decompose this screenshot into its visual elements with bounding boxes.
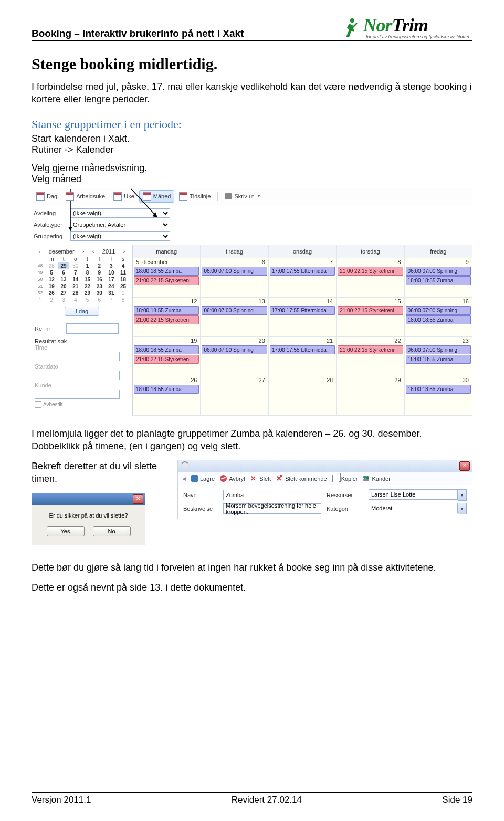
calendar-cell[interactable]: 5. desember18:00 18:55 Zumba21:00 22:15 … (133, 258, 201, 297)
calendar-event[interactable]: 18:00 18:55 Zumba (134, 306, 199, 315)
input-startdato[interactable] (35, 371, 120, 380)
calendar-event[interactable]: 18:00 18:55 Zumba (406, 355, 471, 364)
calendar-event[interactable]: 18:00 18:55 Zumba (134, 345, 199, 354)
input-beskrivelse[interactable]: Morsom bevegelsestrening for hele kroppe… (223, 503, 321, 514)
calendar-cell[interactable]: 2618:00 18:55 Zumba (133, 376, 201, 415)
calendar-cell[interactable]: 1218:00 18:55 Zumba21:00 22:15 Styrketre… (133, 298, 201, 336)
runner-icon (342, 17, 360, 38)
calendar-cell[interactable]: 27 (201, 376, 268, 415)
prev-year[interactable]: ‹ (92, 248, 94, 255)
calendar-cell[interactable]: 2306:00 07:00 Spinning18:00 18:55 Zumba (405, 337, 472, 376)
input-kunde[interactable] (35, 390, 120, 399)
logo-text-nor: Nor (363, 15, 392, 36)
save-button[interactable]: Lagre (191, 475, 215, 482)
paragraph-side13: Dette er også nevnt på side 13. i dette … (32, 581, 472, 594)
calendar-cell[interactable]: 1306:00 07:00 Spinning (201, 298, 268, 336)
paragraph-mellomjula: I mellomjula ligger det to planlagte gru… (32, 427, 472, 453)
checkbox-avbestilt[interactable]: Avbestilt (35, 401, 129, 408)
calendar-cell[interactable]: 3018:00 18:55 Zumba (405, 376, 472, 415)
footer-left: Versjon 2011.1 (32, 795, 91, 805)
calendar-event[interactable]: 21:00 22:15 Styrketreni (134, 355, 199, 364)
svg-point-5 (363, 476, 366, 479)
input-navn[interactable]: Zumba (223, 490, 321, 500)
calendar-event[interactable]: 06:00 07:00 Spinning (202, 306, 267, 315)
calendar-event[interactable]: 06:00 07:00 Spinning (202, 267, 267, 276)
label-kunde: Kunde (35, 382, 66, 388)
close-icon[interactable]: ✕ (459, 461, 470, 471)
input-time[interactable] (35, 352, 120, 361)
calendar-event[interactable]: 18:00 18:55 Zumba (406, 315, 471, 324)
calendar-cell[interactable]: 1521:00 22:15 Styrketreni (337, 298, 404, 336)
grid-header-row: mandagtirsdagonsdagtorsdagfredag (133, 245, 472, 258)
cancel-button[interactable]: Avbryt (220, 475, 245, 482)
footer-center: Revidert 27.02.14 (232, 795, 302, 805)
delete-upcoming-button[interactable]: ✕Slett kommende (276, 475, 327, 482)
label-navn: Navn (183, 492, 218, 498)
yes-button[interactable]: Yes (47, 526, 85, 536)
calendar-cell[interactable]: 1417:00 17:55 Ettermidda (269, 298, 337, 336)
timeline-icon (179, 192, 187, 201)
dialog-titlebar: ✕ (32, 493, 145, 505)
calendar-event[interactable]: 18:00 18:55 Zumba (134, 267, 199, 276)
calendar-event[interactable]: 17:00 17:55 Ettermidda (270, 306, 335, 315)
calendar-event[interactable]: 18:00 18:55 Zumba (406, 385, 471, 394)
calendar-cell[interactable]: 1606:00 07:00 Spinning18:00 18:55 Zumba (405, 298, 472, 336)
calendar-event[interactable]: 17:00 17:55 Ettermidda (270, 267, 335, 276)
label-refnr: Ref nr (35, 325, 66, 332)
calendar-cell[interactable]: 906:00 07:00 Spinning18:00 18:55 Zumba (405, 258, 472, 297)
edit-event-window: ✕ ◀ Lagre Avbryt ✕Slett ✕Slett kommende … (177, 460, 472, 519)
next-year[interactable]: › (123, 248, 125, 255)
calendar-cell[interactable]: 606:00 07:00 Spinning (201, 258, 268, 297)
close-icon[interactable]: ✕ (133, 494, 143, 504)
calendar-event[interactable]: 17:00 17:55 Ettermidda (270, 345, 335, 354)
label-beskrivelse: Beskrivelse (183, 506, 218, 512)
chevron-left-icon[interactable]: ◀ (182, 476, 186, 481)
calendar-cell[interactable]: 2117:00 17:55 Ettermidda (269, 337, 337, 376)
month-label: desember (49, 248, 75, 255)
calendar-event[interactable]: 06:00 07:00 Spinning (406, 306, 471, 315)
page-header: Booking – interaktiv brukerinfo på nett … (32, 13, 472, 41)
logo: NorTrim - for drift av treningssentere o… (342, 16, 472, 39)
prev-month[interactable]: ‹ (39, 248, 41, 255)
today-button[interactable]: I dag (65, 307, 99, 316)
calendar-event[interactable]: 06:00 07:00 Spinning (406, 267, 471, 276)
calendar-event[interactable]: 21:00 22:15 Styrketreni (338, 345, 403, 354)
delete-upcoming-icon: ✕ (276, 475, 283, 482)
combo-ressurser[interactable]: Larsen Lise Lotte▼ (369, 489, 467, 501)
calendar-event[interactable]: 21:00 22:15 Styrketreni (134, 315, 199, 324)
svg-marker-2 (68, 227, 72, 231)
logo-text-trim: Trim (392, 15, 428, 36)
calendar-cell[interactable]: 2221:00 22:15 Styrketreni (337, 337, 404, 376)
tab-tidslinje[interactable]: Tidslinje (175, 190, 214, 203)
calendar-event[interactable]: 06:00 07:00 Spinning (406, 345, 471, 354)
customers-button[interactable]: Kunder (363, 475, 390, 482)
calendar-event[interactable]: 18:00 18:55 Zumba (134, 385, 199, 394)
calendar-event[interactable]: 06:00 07:00 Spinning (202, 345, 267, 354)
calendar-cell[interactable]: 1918:00 18:55 Zumba21:00 22:15 Styrketre… (133, 337, 201, 376)
input-refnr[interactable] (66, 323, 119, 334)
next-month[interactable]: › (82, 248, 85, 255)
tab-dag[interactable]: Dag (33, 190, 61, 203)
calendar-event[interactable]: 21:00 22:15 Styrketreni (338, 306, 403, 315)
month-nav: ‹ desember › ‹ 2011 › (35, 247, 129, 256)
calendar-event[interactable]: 18:00 18:55 Zumba (406, 276, 471, 285)
calendar-cell[interactable]: 821:00 22:15 Styrketreni (337, 258, 404, 297)
step-rutiner: Rutiner -> Kalender (32, 144, 472, 155)
combo-kategori[interactable]: Moderat▼ (369, 503, 467, 514)
users-icon (363, 475, 370, 482)
calendar-event[interactable]: 21:00 22:15 Styrketreni (134, 276, 199, 285)
no-button[interactable]: No (93, 526, 131, 536)
calendar-cell[interactable]: 2006:00 07:00 Spinning (201, 337, 268, 376)
header-title: Booking – interaktiv brukerinfo på nett … (32, 28, 244, 39)
copy-button[interactable]: Kopier (332, 475, 358, 482)
label-resultat: Resultat søk (35, 338, 129, 344)
calendar-cell[interactable]: 29 (337, 376, 404, 415)
calendar-event[interactable]: 21:00 22:15 Styrketreni (338, 267, 403, 276)
delete-button[interactable]: ✕Slett (250, 475, 271, 482)
btn-skriv-ut[interactable]: Skriv ut▼ (221, 191, 265, 202)
logo-tagline: - for drift av treningssentere og fysika… (363, 35, 472, 39)
calendar-cell[interactable]: 28 (269, 376, 337, 415)
step-start: Start kalenderen i Xakt. (32, 133, 472, 144)
calendar-cell[interactable]: 717:00 17:55 Ettermidda (269, 258, 337, 297)
mini-calendar[interactable]: mtotfls 48282930123449567891011501213141… (35, 256, 129, 303)
